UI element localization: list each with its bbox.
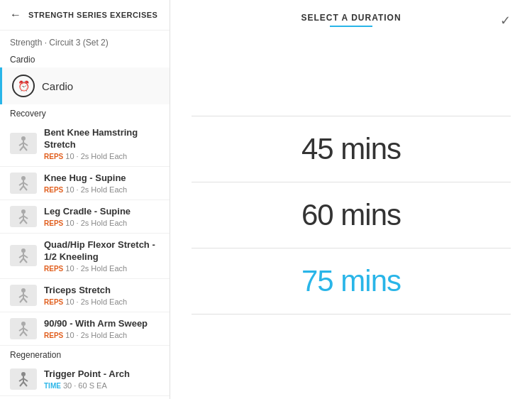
- svg-line-34: [20, 332, 23, 336]
- duration-text: 45 mins: [301, 132, 401, 165]
- header: ← STRENGTH SERIES EXERCISES: [0, 0, 170, 31]
- select-duration-label: SELECT A DURATION: [301, 13, 401, 23]
- exercise-list: Bent Knee Hamstring Stretch REPS 10 · 2s…: [0, 121, 170, 346]
- exercise-detail-text: 10 · 2s Hold Each: [65, 152, 127, 160]
- exercise-detail-text: 10 · 2s Hold Each: [65, 297, 127, 306]
- exercise-thumb: [10, 318, 37, 339]
- svg-point-6: [21, 176, 26, 180]
- exercise-thumb: [10, 368, 37, 390]
- duration-options: 45 mins60 mins75 mins: [192, 31, 511, 399]
- regen-list: Trigger Point - Arch TIME 30 · 60 S EA T…: [0, 363, 170, 399]
- time-label: TIME: [44, 382, 61, 390]
- duration-text: 60 mins: [301, 198, 401, 231]
- back-button[interactable]: ←: [10, 9, 21, 21]
- reps-label: REPS: [44, 219, 63, 227]
- duration-text: 75 mins: [301, 264, 401, 297]
- exercise-item[interactable]: Triceps Stretch REPS 10 · 2s Hold Each: [0, 279, 170, 312]
- exercise-info: Quad/Hip Flexor Stretch - 1/2 Kneeling R…: [44, 239, 160, 273]
- cardio-label: Cardio: [42, 80, 73, 92]
- exercise-detail-text: 10 · 2s Hold Each: [65, 331, 127, 339]
- svg-line-5: [23, 146, 27, 151]
- svg-line-28: [20, 298, 23, 302]
- exercise-detail-text: 10 · 2s Hold Each: [65, 219, 127, 227]
- svg-point-18: [21, 248, 26, 253]
- svg-point-36: [21, 372, 26, 376]
- svg-point-0: [21, 136, 26, 141]
- exercise-item[interactable]: Knee Hug - Supine REPS 10 · 2s Hold Each: [0, 167, 170, 200]
- exercise-info: Knee Hug - Supine REPS 10 · 2s Hold Each: [44, 173, 160, 194]
- exercise-detail-text: 30 · 60 S EA: [63, 381, 107, 390]
- svg-line-22: [20, 258, 23, 263]
- exercise-name: Knee Hug - Supine: [44, 173, 160, 185]
- recovery-category-label: Recovery: [0, 104, 170, 121]
- exercise-detail-text: 10 · 2s Hold Each: [65, 185, 127, 194]
- reps-label: REPS: [44, 265, 63, 273]
- exercise-name: Trigger Point - Arch: [44, 368, 160, 381]
- svg-point-12: [21, 209, 26, 214]
- exercise-info: Trigger Point - Arch TIME 30 · 60 S EA: [44, 368, 160, 390]
- exercise-name: Triceps Stretch: [44, 285, 160, 297]
- section-label: Strength · Circuit 3 (Set 2): [0, 31, 170, 50]
- exercise-detail: TIME 30 · 60 S EA: [44, 381, 160, 390]
- svg-line-17: [23, 219, 27, 224]
- exercise-thumb: [10, 133, 37, 154]
- exercise-detail-text: 10 · 2s Hold Each: [65, 264, 127, 273]
- checkmark-icon[interactable]: ✓: [500, 13, 511, 28]
- regen-item[interactable]: Trigger Point - Arch TIME 30 · 60 S EA: [0, 363, 170, 396]
- exercise-info: Bent Knee Hamstring Stretch REPS 10 · 2s…: [44, 127, 160, 160]
- svg-line-40: [20, 382, 23, 386]
- reps-label: REPS: [44, 186, 63, 194]
- svg-line-23: [23, 258, 27, 263]
- svg-line-11: [23, 186, 27, 190]
- exercise-detail: REPS 10 · 2s Hold Each: [44, 331, 160, 339]
- exercise-thumb: [10, 173, 37, 194]
- exercise-detail: REPS 10 · 2s Hold Each: [44, 219, 160, 227]
- exercise-item[interactable]: Leg Cradle - Supine REPS 10 · 2s Hold Ea…: [0, 200, 170, 234]
- exercise-info: 90/90 - With Arm Sweep REPS 10 · 2s Hold…: [44, 318, 160, 339]
- exercise-name: Quad/Hip Flexor Stretch - 1/2 Kneeling: [44, 239, 160, 263]
- exercise-detail: REPS 10 · 2s Hold Each: [44, 185, 160, 194]
- header-title: STRENGTH SERIES EXERCISES: [28, 11, 157, 19]
- exercise-item[interactable]: Bent Knee Hamstring Stretch REPS 10 · 2s…: [0, 121, 170, 167]
- reps-label: REPS: [44, 332, 63, 339]
- duration-option[interactable]: 60 mins: [192, 182, 511, 248]
- left-panel: ← STRENGTH SERIES EXERCISES Strength · C…: [0, 0, 170, 399]
- exercise-detail: REPS 10 · 2s Hold Each: [44, 152, 160, 160]
- duration-option[interactable]: 75 mins: [192, 248, 511, 315]
- duration-underline: [330, 26, 372, 27]
- svg-point-30: [21, 322, 26, 326]
- exercise-info: Triceps Stretch REPS 10 · 2s Hold Each: [44, 285, 160, 306]
- svg-point-24: [21, 288, 26, 293]
- svg-line-41: [23, 382, 27, 386]
- exercise-thumb: [10, 245, 37, 266]
- svg-line-29: [23, 298, 27, 302]
- exercise-detail: REPS 10 · 2s Hold Each: [44, 297, 160, 306]
- right-header: SELECT A DURATION ✓: [192, 0, 511, 31]
- cardio-icon: ⏰: [12, 75, 35, 97]
- regeneration-category-label: Regeneration: [0, 346, 170, 363]
- exercise-thumb: [10, 285, 37, 306]
- reps-label: REPS: [44, 153, 63, 160]
- duration-option[interactable]: 45 mins: [192, 116, 511, 182]
- reps-label: REPS: [44, 298, 63, 306]
- cardio-item[interactable]: ⏰ Cardio: [0, 67, 170, 104]
- svg-line-10: [20, 186, 23, 190]
- regen-item[interactable]: Trigger Point - Tibialis Anterior TIME 3…: [0, 396, 170, 399]
- exercise-info: Leg Cradle - Supine REPS 10 · 2s Hold Ea…: [44, 206, 160, 227]
- svg-line-16: [20, 219, 23, 224]
- cardio-category-label: Cardio: [0, 50, 170, 67]
- exercise-item[interactable]: 90/90 - With Arm Sweep REPS 10 · 2s Hold…: [0, 312, 170, 346]
- exercise-name: 90/90 - With Arm Sweep: [44, 318, 160, 330]
- exercise-item[interactable]: Quad/Hip Flexor Stretch - 1/2 Kneeling R…: [0, 234, 170, 279]
- right-panel: SELECT A DURATION ✓ 45 mins60 mins75 min…: [170, 0, 532, 399]
- exercise-thumb: [10, 206, 37, 227]
- svg-line-4: [20, 146, 23, 151]
- svg-line-35: [23, 332, 27, 336]
- exercise-name: Leg Cradle - Supine: [44, 206, 160, 218]
- exercise-name: Bent Knee Hamstring Stretch: [44, 127, 160, 151]
- exercise-detail: REPS 10 · 2s Hold Each: [44, 264, 160, 273]
